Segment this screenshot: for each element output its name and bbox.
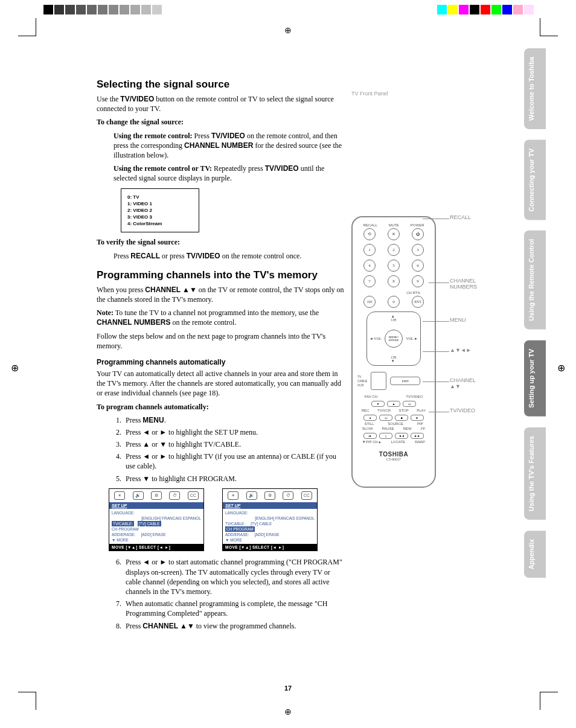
tab-features: Using the TV's Features [524,427,546,520]
num-7: 7 [363,275,376,287]
fav-up: ▲ [387,401,400,407]
tab-appendix: Appendix [524,531,546,578]
fav-down: ▼ [371,401,385,407]
num-5: 5 [388,260,400,272]
callout-menu: MENU [450,317,466,323]
menu-enter-button: MENU/ ENTER [385,330,403,348]
programming-intro-1: When you press CHANNEL ▲▼ on the TV or r… [97,285,344,304]
callout-channel-numbers: CHANNEL NUMBERS [450,278,477,290]
step-1: Press MENU. [123,415,344,425]
menu-tab-icon: ☀ [228,491,238,500]
menu-tab-icon: CC [188,491,199,500]
registration-mark-bottom: ⊕ [284,707,292,717]
tab-connecting: Connecting your TV [524,140,546,220]
num-2: 2 [388,244,400,256]
num-9: 9 [412,275,424,287]
menu-screenshots: ☀🔊⚙⏱CC SET UP LANGUAGE: [ENGLISH] FRANCA… [109,488,344,552]
crop-mark [540,692,558,710]
intro-paragraph: Use the TV/VIDEO button on the remote co… [97,94,344,113]
tab-remote: Using the Remote Control [524,231,546,330]
step-5: Press ▼ to highlight CH PROGRAM. [123,474,344,484]
tv-front-panel-label: TV Front Panel [351,91,490,97]
num-6: 6 [412,260,424,272]
crop-mark [18,692,36,710]
page-number: 17 [284,685,292,692]
using-remote-or-tv-paragraph: Using the remote control or TV: Repeated… [114,164,344,183]
crop-mark [18,18,36,36]
programming-follow: Follow the steps below and on the next p… [97,331,344,351]
menu-tab-icon: ⏱ [283,491,293,500]
auto-programming-desc: Your TV can automatically detect all act… [97,369,344,398]
menu-screen-2: ☀🔊⚙⏱CC SET UP LANGUAGE: [ENGLISH] FRANCA… [222,488,318,552]
num-100: 100 [363,296,376,308]
step-8: Press CHANNEL ▲▼ to view the programmed … [123,621,344,631]
power-button: ⏻ [412,228,424,240]
recall-button: ⟲ [363,228,376,240]
heading-programming-channels: Programming channels into the TV's memor… [97,269,344,281]
step-3: Press ▲ or ▼ to highlight TV/CABLE. [123,439,344,449]
signal-source-list-box: 0: TV 1: VIDEO 1 2: VIDEO 2 3: VIDEO 3 4… [121,188,199,233]
subheading-auto-programming: Programming channels automatically [97,358,344,366]
menu-tab-icon: CC [301,491,312,500]
callout-arrows: ▲▼◄► [450,347,472,353]
ent-button: ENT [412,296,424,308]
num-8: 8 [388,275,400,287]
to-verify-heading: To verify the signal source: [97,237,344,247]
chapter-tabs: Welcome to Toshiba Connecting your TV Us… [524,48,546,578]
callout-tvvideo: TV/VIDEO [450,407,475,413]
side-registration-left: ⊕ [11,362,19,374]
step-4: Press ◄ or ► to highlight TV (if you use… [123,452,344,471]
remote-brand: TOSHIBA [357,451,430,458]
num-3: 3 [412,244,424,256]
registration-mark-top: ⊕ [284,25,292,36]
callout-channel: CHANNEL ▲▼ [450,377,476,389]
print-color-bars [0,5,576,17]
steps-list-continued: Press ◄ or ► to start automatic channel … [123,557,344,630]
steps-list: Press MENU. Press ◄ or ► to highlight th… [123,415,344,484]
verify-paragraph: Press RECALL or press TV/VIDEO on the re… [114,251,344,261]
menu-tab-icon: ⏱ [169,491,180,500]
programming-note: Note: To tune the TV to a channel not pr… [97,308,344,327]
num-0: 0 [388,296,400,308]
to-program-heading: To program channels automatically: [97,402,344,412]
num-4: 4 [363,260,376,272]
to-change-heading: To change the signal source: [97,117,344,127]
menu-tab-icon: ⚙ [151,491,162,500]
menu-tab-icon: ☀ [114,491,125,500]
menu-screen-1: ☀🔊⚙⏱CC SET UP LANGUAGE: [ENGLISH] FRANCA… [109,488,204,552]
step-7: When automatic channel programming is co… [123,599,344,618]
step-2: Press ◄ or ► to highlight the SET UP men… [123,427,344,437]
side-registration-right: ⊕ [557,362,565,374]
remote-control-diagram: RECALL MUTE POWER ⟲ ✕ ⏻ 1 2 3 4 5 6 7 8 … [351,216,436,488]
menu-tab-icon: 🔊 [246,491,257,500]
mode-switch [371,372,386,390]
tvvideo-button: ▭ [403,401,416,407]
dpad: ▲CH ◄ VOL VOL ► CH▼ MENU/ ENTER [366,311,421,366]
menu-tab-icon: 🔊 [133,491,144,500]
using-remote-paragraph: Using the remote control: Press TV/VIDEO… [114,131,344,161]
crop-mark [540,18,558,36]
heading-signal-source: Selecting the signal source [97,78,344,91]
exit-button: EXIT [390,377,420,385]
remote-model: CT-90037 [357,458,430,461]
main-content: Selecting the signal source Use the TV/V… [97,78,344,633]
mute-button: ✕ [388,228,400,240]
step-6: Press ◄ or ► to start automatic channel … [123,557,344,596]
menu-tab-icon: ⚙ [264,491,275,500]
tab-setting-up: Setting up your TV [524,340,546,417]
num-1: 1 [363,244,376,256]
tab-welcome: Welcome to Toshiba [524,48,546,129]
callout-recall: RECALL [450,214,471,220]
